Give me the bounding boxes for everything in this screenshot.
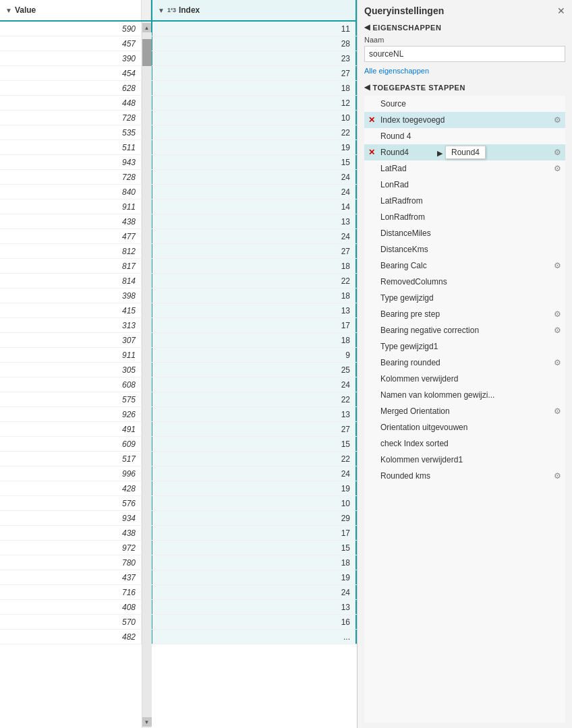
step-item[interactable]: Bearing Calc⚙	[364, 257, 565, 274]
step-item[interactable]: Kolommen verwijderd	[364, 371, 565, 387]
step-name-label: Rounded kms	[380, 471, 551, 481]
steps-triangle: ◀	[364, 83, 370, 92]
step-item[interactable]: check Index sorted	[364, 435, 565, 452]
step-gear-button[interactable]: ⚙	[554, 309, 561, 319]
step-item[interactable]: Bearing negative correction⚙	[364, 322, 565, 338]
table-row: 15	[151, 155, 357, 170]
table-row: 22	[151, 392, 357, 407]
step-name-label: Bearing Calc	[380, 261, 551, 270]
step-item[interactable]: Rounded kms⚙	[364, 468, 565, 484]
cell-value: 535	[0, 125, 142, 140]
panel-close-button[interactable]: ✕	[557, 5, 565, 16]
table-row: 780	[0, 555, 142, 570]
step-item[interactable]: DistanceMiles	[364, 225, 565, 241]
cell-value: 628	[0, 81, 142, 95]
filter-icon-value[interactable]: ▼	[5, 7, 12, 14]
col-header-index[interactable]: ▼ 1²3 Index	[151, 0, 357, 20]
table-row: 398	[0, 289, 142, 303]
scroll-down-button[interactable]: ▼	[142, 717, 152, 727]
properties-section: ◀ EIGENSCHAPPEN Naam Alle eigenschappen	[364, 23, 565, 83]
table-row: 305	[0, 363, 142, 377]
step-item[interactable]: RemovedColumns	[364, 274, 565, 290]
name-input[interactable]	[364, 46, 565, 62]
cell-index: 22	[151, 125, 357, 140]
step-name-label: Kolommen verwijderd	[380, 374, 561, 384]
scroll-track[interactable]	[142, 32, 152, 717]
step-item[interactable]: Namen van kolommen gewijzi...	[364, 387, 565, 403]
cell-value: 570	[0, 615, 142, 629]
step-name-label: LatRad	[380, 164, 551, 173]
table-row: 482	[0, 630, 142, 644]
filter-icon-index[interactable]: ▼	[158, 7, 165, 14]
table-row: 590	[0, 22, 142, 36]
step-item[interactable]: LonRadfrom	[364, 209, 565, 225]
col-header-value[interactable]: ▼ Value	[0, 0, 142, 20]
table-row: 22	[151, 125, 357, 140]
step-item[interactable]: Source	[364, 96, 565, 112]
steps-list: Source✕Index toegevoegd⚙Round 4✕Round4▶R…	[364, 96, 565, 723]
cell-value: 454	[0, 66, 142, 80]
col-value-label: Value	[15, 5, 36, 15]
cell-value: 390	[0, 51, 142, 65]
cell-value: 398	[0, 289, 142, 303]
step-gear-button[interactable]: ⚙	[554, 115, 561, 125]
table-row: 13	[151, 303, 357, 318]
table-row: 16	[151, 615, 357, 630]
step-item[interactable]: Bearing rounded⚙	[364, 355, 565, 371]
cell-value: 448	[0, 96, 142, 110]
step-item[interactable]: Kolommen verwijderd1	[364, 452, 565, 468]
step-gear-button[interactable]: ⚙	[554, 148, 561, 157]
cell-value: 608	[0, 377, 142, 392]
table-row: 408	[0, 600, 142, 615]
table-row: 12	[151, 96, 357, 111]
scrollbar[interactable]: ▲ ▼	[142, 22, 151, 728]
step-gear-button[interactable]: ⚙	[554, 261, 561, 270]
step-item[interactable]: DistanceKms	[364, 241, 565, 257]
step-item[interactable]: LatRadfrom	[364, 193, 565, 209]
step-gear-button[interactable]: ⚙	[554, 406, 561, 416]
table-row: 13	[151, 214, 357, 229]
table-row: 511	[0, 140, 142, 155]
step-item[interactable]: Round 4	[364, 128, 565, 144]
step-item[interactable]: LonRad	[364, 177, 565, 193]
step-delete-button[interactable]: ✕	[368, 115, 378, 125]
step-gear-button[interactable]: ⚙	[554, 326, 561, 335]
step-gear-button[interactable]: ⚙	[554, 358, 561, 367]
table-row: 19	[151, 570, 357, 585]
cell-index: 10	[151, 111, 357, 125]
scroll-thumb[interactable]	[142, 39, 152, 66]
all-properties-link[interactable]: Alle eigenschappen	[364, 67, 429, 75]
step-item[interactable]: Bearing pre step⚙	[364, 306, 565, 322]
step-item[interactable]: ✕Round4▶Round4⚙	[364, 144, 565, 160]
table-row: 438	[0, 526, 142, 541]
cell-value: 491	[0, 422, 142, 436]
col-index-label: Index	[179, 5, 200, 15]
scroll-up-button[interactable]: ▲	[142, 23, 152, 32]
cell-index: 19	[151, 570, 357, 584]
step-item[interactable]: LatRad⚙	[364, 160, 565, 177]
step-gear-button[interactable]: ⚙	[554, 471, 561, 481]
step-item[interactable]: Type gewijzigd	[364, 290, 565, 306]
step-item[interactable]: Merged Orientation⚙	[364, 403, 565, 419]
table-row: 491	[0, 422, 142, 437]
step-item[interactable]: ✕Index toegevoegd⚙	[364, 112, 565, 128]
step-item[interactable]: Type gewijzigd1	[364, 338, 565, 355]
cell-value: 840	[0, 185, 142, 199]
cell-index: 25	[151, 363, 357, 377]
cell-value: 511	[0, 140, 142, 154]
table-row: 22	[151, 274, 357, 289]
cell-index: 13	[151, 600, 357, 614]
table-row: 24	[151, 377, 357, 392]
table-row: 926	[0, 407, 142, 422]
table-row: 28	[151, 36, 357, 51]
step-gear-button[interactable]: ⚙	[554, 164, 561, 173]
step-item[interactable]: Orientation uitgevouwen	[364, 419, 565, 435]
table-row: 18	[151, 259, 357, 274]
cell-value: 911	[0, 348, 142, 362]
table-row: 24	[151, 585, 357, 600]
step-delete-button[interactable]: ✕	[368, 148, 378, 157]
cell-index: 22	[151, 274, 357, 288]
cell-index: 9	[151, 348, 357, 362]
step-name-label: Bearing rounded	[380, 358, 551, 367]
step-name-label: Orientation uitgevouwen	[380, 423, 561, 432]
